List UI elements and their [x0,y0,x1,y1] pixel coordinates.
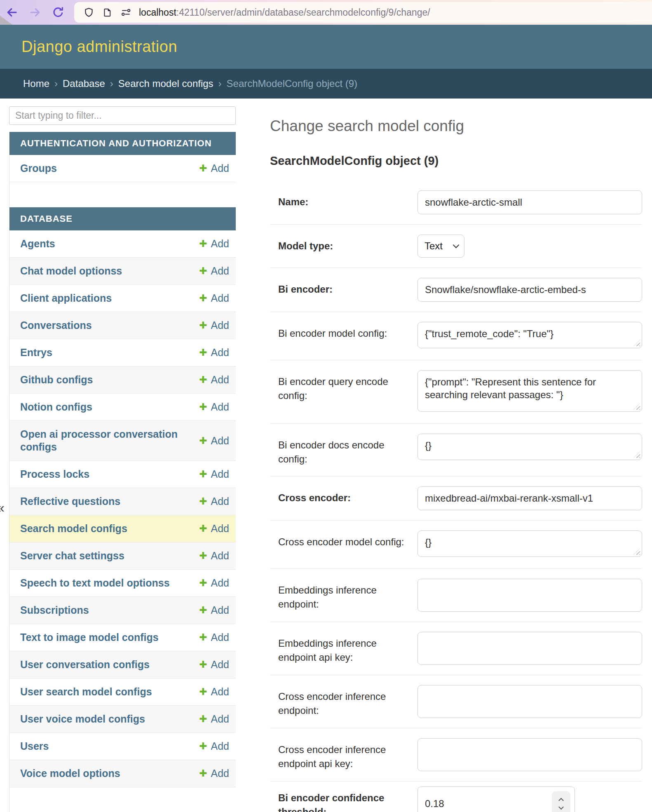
field-cell: {"trust_remote_code": "True"} [417,322,642,350]
plus-icon: ✚ [199,375,207,385]
sidebar-item-link[interactable]: User search model configs [20,685,152,698]
add-link[interactable]: ✚Add [199,604,229,616]
sidebar-toggle[interactable]: « [0,500,5,516]
add-link[interactable]: ✚Add [199,740,229,752]
add-link[interactable]: ✚Add [199,550,229,562]
field-row-cross-encoder-model-config: Cross encoder model config:{} [270,521,642,569]
add-label: Add [211,162,229,174]
field-row-embeddings-inference-endpoint-api-key: Embeddings inference endpoint api key: [270,622,642,675]
add-link[interactable]: ✚Add [199,713,229,725]
add-link[interactable]: ✚Add [199,319,229,331]
site-title[interactable]: Django administration [21,38,177,56]
chevron-down-icon [453,242,460,248]
model-type-label: Model type: [278,235,417,258]
sidebar-item-link[interactable]: Agents [20,237,55,250]
bi-encoder-model-config-textarea[interactable]: {"trust_remote_code": "True"} [417,322,642,348]
sidebar-item-link[interactable]: User voice model configs [20,713,145,725]
sidebar-item-link[interactable]: Reflective questions [20,495,120,508]
bi-encoder-query-encode-config-label: Bi encoder query encode config: [278,370,417,413]
field-row-cross-encoder-inference-endpoint: Cross encoder inference endpoint: [270,675,642,728]
sidebar-item-link[interactable]: Server chat settingss [20,549,124,562]
breadcrumb-database[interactable]: Database [63,78,105,89]
sidebar-item-link[interactable]: Github configs [20,373,93,386]
breadcrumb-separator: › [218,78,222,89]
cross-encoder-inference-endpoint-input[interactable] [417,685,642,718]
sidebar-item-link[interactable]: Groups [20,162,57,175]
sidebar-item-link[interactable]: Notion configs [20,401,92,413]
field-row-cross-encoder-inference-endpoint-api-key: Cross encoder inference endpoint api key… [270,728,642,781]
add-link[interactable]: ✚Add [199,292,229,304]
bi-encoder-input[interactable] [417,278,642,302]
breadcrumb-home[interactable]: Home [23,78,49,89]
sidebar-item-link[interactable]: User conversation configs [20,658,150,671]
add-link[interactable]: ✚Add [199,435,229,447]
sidebar-row: User conversation configs✚Add [9,651,236,678]
sidebar-item-link[interactable]: Client applications [20,292,112,305]
plus-icon: ✚ [199,402,207,412]
add-link[interactable]: ✚Add [199,767,229,779]
sidebar-row: Reflective questions✚Add [9,488,236,515]
name-input[interactable] [417,190,642,214]
bi-encoder-confidence-threshold-input[interactable] [417,786,575,812]
sidebar-row: Agents✚Add [9,230,236,258]
add-link[interactable]: ✚Add [199,659,229,671]
sidebar-row: Conversations✚Add [9,312,236,339]
page-info-icon[interactable] [102,7,113,18]
sidebar-item-link[interactable]: Entrys [20,346,52,359]
sidebar-item-link[interactable]: Conversations [20,319,92,332]
cross-encoder-model-config-textarea[interactable]: {} [417,530,642,557]
sidebar-filter-input[interactable] [9,106,236,125]
add-link[interactable]: ✚Add [199,265,229,277]
url-bar[interactable]: localhost:42110/server/admin/database/se… [74,2,652,23]
sidebar-item-link[interactable]: Chat model optionss [20,265,122,277]
add-link[interactable]: ✚Add [199,686,229,698]
sidebar-item-link[interactable]: Voice model options [20,767,120,780]
shield-icon[interactable] [83,7,94,18]
embeddings-inference-endpoint-input[interactable] [417,579,642,612]
sidebar-item-link[interactable]: Users [20,740,49,753]
permissions-icon[interactable] [120,7,131,18]
sidebar-row: User voice model configs✚Add [9,706,236,733]
sidebar-item-link[interactable]: Subscriptions [20,604,89,617]
sidebar-item-link[interactable]: Text to image model configs [20,631,159,644]
add-label: Add [211,435,229,447]
add-link[interactable]: ✚Add [199,495,229,507]
add-link[interactable]: ✚Add [199,238,229,250]
back-button[interactable] [6,6,18,19]
number-stepper[interactable] [552,791,570,812]
django-header: Django administration [0,25,652,69]
add-link[interactable]: ✚Add [199,577,229,589]
field-cell: {} [417,530,642,559]
add-link[interactable]: ✚Add [199,401,229,413]
add-label: Add [211,468,229,480]
sidebar-row: Server chat settingss✚Add [9,542,236,570]
breadcrumb-search-model-configs[interactable]: Search model configs [118,78,213,89]
sidebar-item-link[interactable]: Process locks [20,468,89,481]
add-link[interactable]: ✚Add [199,468,229,480]
reload-button[interactable] [52,6,64,19]
forward-button[interactable] [29,6,41,19]
sidebar-item-link[interactable]: Speech to text model optionss [20,577,170,589]
embeddings-inference-endpoint-api-key-input[interactable] [417,632,642,665]
bi-encoder-query-encode-config-textarea[interactable]: {"prompt": "Represent this sentence for … [417,370,642,412]
add-link[interactable]: ✚Add [199,162,229,174]
add-link[interactable]: ✚Add [199,347,229,359]
sidebar-row: Notion configs✚Add [9,394,236,421]
add-link[interactable]: ✚Add [199,523,229,535]
bi-encoder-docs-encode-config-textarea[interactable]: {} [417,434,642,460]
cross-encoder-input[interactable] [417,486,642,510]
sidebar-empty-row [9,182,236,207]
cross-encoder-inference-endpoint-api-key-input[interactable] [417,738,642,771]
sidebar-empty-row [9,787,236,812]
sidebar-row: Entrys✚Add [9,339,236,366]
field-row-name: Name: [270,181,642,225]
field-cell: {} [417,434,642,466]
add-link[interactable]: ✚Add [199,631,229,643]
cross-encoder-label: Cross encoder: [278,486,417,510]
add-link[interactable]: ✚Add [199,374,229,386]
plus-icon: ✚ [199,742,207,751]
sidebar-item-link[interactable]: Search model configs [20,522,127,535]
sidebar-item-link[interactable]: Open ai processor conversation configs [20,428,181,453]
sidebar-row: Open ai processor conversation configs✚A… [9,421,236,461]
model-type-select[interactable]: Text [417,235,464,258]
